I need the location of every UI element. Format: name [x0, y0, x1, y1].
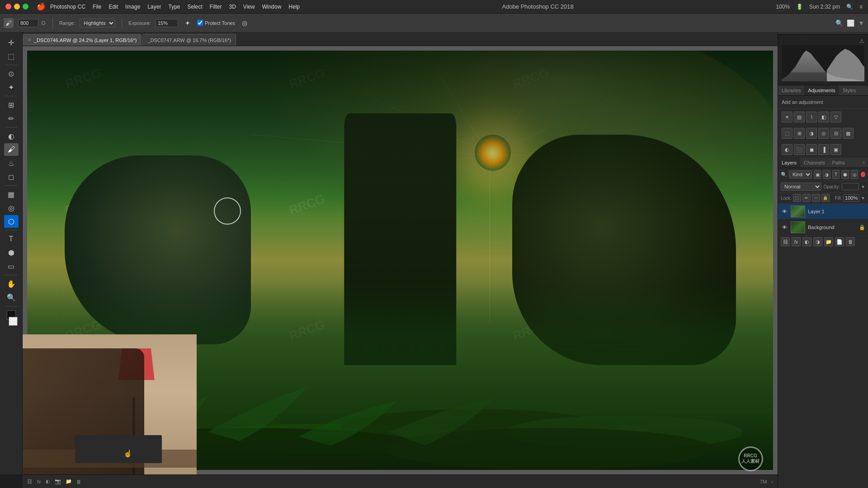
tab-close-active[interactable]: ✕ [28, 38, 31, 42]
lock-position-btn[interactable]: ✏ [802, 194, 811, 202]
levels-icon[interactable]: ▤ [794, 112, 805, 122]
hand-tool[interactable]: ✋ [4, 277, 19, 290]
tab-paths[interactable]: Paths [829, 158, 849, 168]
protect-tones-checkbox[interactable] [197, 20, 203, 26]
lock-all-btn[interactable]: 🔒 [821, 194, 830, 202]
lock-artboard-btn[interactable]: ↔ [812, 194, 820, 202]
filter-smart-btn[interactable]: ◎ [851, 170, 858, 179]
filter-shape-btn[interactable]: ⬢ [841, 170, 849, 179]
menu-photoshop[interactable]: Photoshop CC [50, 4, 85, 10]
brightness-contrast-icon[interactable]: ☀ [782, 112, 793, 122]
black-white-icon[interactable]: ◑ [806, 128, 817, 139]
canvas-area[interactable]: RRCG RRCG RRCG RRCG RRCG RRCG RRCG RRCG … [23, 46, 778, 474]
toolbar-expand-icon[interactable]: ▼ [858, 19, 864, 27]
healing-brush-tool[interactable]: ◐ [4, 130, 19, 142]
airbrush-icon[interactable]: ✦ [183, 18, 193, 28]
layer-1-visibility[interactable]: 👁 [781, 208, 788, 215]
fullscreen-button[interactable] [23, 4, 28, 9]
blend-mode-select[interactable]: Normal [781, 183, 821, 191]
menu-help[interactable]: Help [288, 4, 300, 10]
exposure-adj-icon[interactable]: ◧ [818, 112, 829, 122]
menu-view[interactable]: View [243, 4, 255, 10]
type-tool[interactable]: T [4, 233, 19, 245]
tab-adjustments[interactable]: Adjustments [804, 85, 839, 95]
tab-inactive-doc[interactable]: _DSC0747.ARW @ 16.7% (RGB/16*) [142, 34, 236, 46]
filter-adj-btn[interactable]: ◑ [823, 170, 830, 179]
tab-channels[interactable]: Channels [800, 158, 828, 168]
menu-edit[interactable]: Edit [108, 4, 118, 10]
new-layer-btn[interactable]: 📄 [835, 237, 844, 246]
filter-type-btn[interactable]: T [832, 170, 840, 179]
fill-input[interactable] [843, 194, 859, 202]
search-icon[interactable]: 🔍 [846, 4, 853, 10]
shape-tool[interactable]: ▭ [4, 260, 19, 272]
filter-pixel-btn[interactable]: ▣ [814, 170, 821, 179]
lock-pixels-btn[interactable]: ⬚ [793, 194, 801, 202]
tab-styles[interactable]: Styles [839, 85, 860, 95]
exposure-input[interactable] [156, 19, 178, 27]
background-color[interactable] [9, 317, 18, 326]
close-button[interactable] [5, 4, 11, 9]
layer-item-background[interactable]: 👁 Background 🔒 [778, 220, 868, 235]
status-arrow[interactable]: › [771, 479, 773, 484]
layers-filter-select[interactable]: Kind [789, 170, 812, 178]
menu-image[interactable]: Image [125, 4, 140, 10]
eyedropper-tool[interactable]: ✏ [4, 112, 19, 125]
menu-3d[interactable]: 3D [229, 4, 236, 10]
curves-icon[interactable]: ⌇ [806, 112, 817, 122]
toolbar-resize-icon[interactable]: ⬜ [847, 19, 854, 27]
new-fill-adj-btn[interactable]: ◑ [813, 237, 822, 246]
control-center-icon[interactable]: ≡ [859, 4, 863, 10]
opacity-input[interactable]: 100% [842, 183, 859, 190]
delete-layer-btn[interactable]: 🗑 [846, 237, 855, 246]
dodge-tool-icon[interactable]: 🖌 [4, 18, 14, 28]
menu-window[interactable]: Window [262, 4, 282, 10]
zoom-tool[interactable]: 🔍 [4, 291, 19, 304]
menu-type[interactable]: Type [168, 4, 180, 10]
threshold-icon[interactable]: ◼ [806, 144, 817, 155]
minimize-button[interactable] [14, 4, 20, 9]
link-layers-btn[interactable]: ⛓ [781, 237, 790, 246]
opacity-arrow[interactable]: ▼ [861, 184, 865, 189]
background-visibility[interactable]: 👁 [781, 224, 788, 231]
add-style-btn[interactable]: fx [792, 237, 801, 246]
layer-item-1[interactable]: 👁 Layer 1 [778, 204, 868, 220]
range-select[interactable]: Highlights Midtones Shadows [80, 19, 115, 28]
toolbar-search-icon[interactable]: 🔍 [835, 19, 843, 27]
apple-menu[interactable]: 🍎 [37, 2, 46, 11]
channel-mixer-icon[interactable]: ⊟ [830, 128, 841, 139]
fill-arrow[interactable]: ▼ [861, 196, 865, 201]
magic-wand-tool[interactable]: ✦ [4, 81, 19, 94]
photo-filter-icon[interactable]: ◎ [818, 128, 829, 139]
lasso-tool[interactable]: ⊙ [4, 67, 19, 80]
color-lookup-icon[interactable]: ▦ [843, 128, 854, 139]
menu-filter[interactable]: Filter [210, 4, 222, 10]
crop-tool[interactable]: ⊞ [4, 99, 19, 111]
brush-tool[interactable]: 🖌 [4, 143, 19, 156]
move-tool[interactable]: ✛ [4, 36, 19, 49]
eraser-tool[interactable]: ◻ [4, 170, 19, 183]
blur-tool[interactable]: ◎ [4, 202, 19, 214]
menu-select[interactable]: Select [187, 4, 202, 10]
selective-color-icon[interactable]: ▣ [830, 144, 841, 155]
new-group-btn[interactable]: 📁 [824, 237, 833, 246]
tab-layers[interactable]: Layers [778, 158, 800, 168]
menu-file[interactable]: File [93, 4, 101, 10]
marquee-tool[interactable]: ⬚ [4, 50, 19, 62]
menu-layer[interactable]: Layer [147, 4, 161, 10]
invert-icon[interactable]: ◐ [782, 144, 793, 155]
clone-stamp-tool[interactable]: ♨ [4, 157, 19, 169]
gradient-map-icon[interactable]: ▐ [818, 144, 829, 155]
set-target-icon[interactable]: ◎ [240, 18, 250, 28]
collapse-layers-btn[interactable]: ≡ [860, 158, 868, 168]
brush-size-input[interactable]: 800 [18, 19, 38, 27]
hsl-icon[interactable]: ⬚ [782, 128, 793, 139]
add-mask-btn[interactable]: ◐ [802, 237, 811, 246]
vibrance-icon[interactable]: ▽ [830, 112, 841, 122]
dodge-tool[interactable]: ⬡ [4, 215, 19, 228]
tab-active-doc[interactable]: ✕ _DSC0746.ARW @ 24.2% (Layer 1, RGB/16*… [23, 34, 142, 46]
posterize-icon[interactable]: ⬛ [794, 144, 805, 155]
filter-toggle[interactable] [861, 172, 865, 177]
color-balance-icon[interactable]: ⊞ [794, 128, 805, 139]
pen-tool[interactable]: ⬢ [4, 246, 19, 259]
